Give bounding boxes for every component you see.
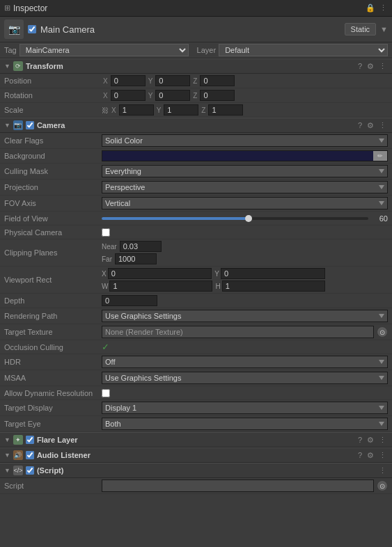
- background-label: Background: [4, 152, 102, 160]
- audio-listener-header[interactable]: ▼ 🔊 Audio Listener ? ⚙ ⋮: [0, 447, 392, 463]
- flare-chevron: ▼: [4, 436, 10, 443]
- camera-settings-btn[interactable]: ⚙: [366, 121, 375, 130]
- static-button[interactable]: Static: [345, 23, 377, 35]
- position-x[interactable]: [111, 75, 146, 86]
- near-input[interactable]: [120, 241, 162, 252]
- audio-help-btn[interactable]: ?: [356, 451, 363, 460]
- rendering-path-dropdown[interactable]: Use Graphics Settings: [102, 310, 388, 322]
- near-label: Near: [102, 243, 117, 251]
- audio-enabled-checkbox[interactable]: [26, 451, 34, 459]
- script-input[interactable]: [102, 479, 374, 492]
- vp-w-item: W: [102, 280, 212, 292]
- vp-w-label: W: [102, 283, 108, 290]
- vp-xy-row: X Y: [102, 268, 325, 279]
- vp-w-input[interactable]: [109, 280, 212, 292]
- clear-flags-value: Solid Color: [102, 134, 388, 147]
- target-texture-picker-btn[interactable]: ⊙: [377, 326, 388, 338]
- physical-camera-label: Physical Camera: [4, 228, 102, 237]
- position-y[interactable]: [155, 75, 190, 86]
- vp-h-input[interactable]: [222, 280, 325, 292]
- occlusion-culling-label: Occlusion Culling: [4, 343, 102, 351]
- hdr-dropdown[interactable]: Off: [102, 356, 388, 368]
- position-row: Position X Y Z: [0, 74, 392, 88]
- camera-chevron: ▼: [4, 122, 10, 129]
- viewport-rect-label: Viewport Rect: [4, 276, 102, 284]
- audio-settings-btn[interactable]: ⚙: [366, 451, 375, 460]
- object-enabled-checkbox[interactable]: [28, 25, 36, 33]
- fov-slider-thumb[interactable]: [245, 215, 252, 222]
- script-menu-btn[interactable]: ⋮: [377, 466, 388, 475]
- vp-x-input[interactable]: [108, 268, 212, 279]
- camera-menu-btn[interactable]: ⋮: [377, 121, 388, 130]
- rendering-path-row: Rendering Path Use Graphics Settings: [0, 308, 392, 324]
- audio-menu-btn[interactable]: ⋮: [377, 451, 388, 460]
- target-eye-value: Both: [102, 418, 388, 430]
- script-label: Script: [4, 482, 102, 490]
- camera-enabled-checkbox[interactable]: [26, 121, 34, 129]
- flare-layer-header[interactable]: ▼ ✦ Flare Layer ? ⚙ ⋮: [0, 432, 392, 447]
- color-picker-icon[interactable]: ✏: [373, 151, 387, 161]
- script-section-header[interactable]: ▼ </> (Script) ⋮: [0, 463, 392, 478]
- scale-x[interactable]: [119, 104, 154, 116]
- transform-section-header[interactable]: ▼ ⟳ Transform ? ⚙ ⋮: [0, 58, 392, 74]
- flare-icon: ✦: [13, 435, 23, 445]
- vp-y-input[interactable]: [221, 268, 325, 279]
- transform-settings-btn[interactable]: ⚙: [366, 62, 375, 71]
- position-z[interactable]: [200, 75, 235, 86]
- rendering-path-value: Use Graphics Settings: [102, 310, 388, 322]
- flare-help-btn[interactable]: ?: [356, 436, 363, 445]
- vp-wh-row: W H: [102, 280, 325, 292]
- flare-enabled-checkbox[interactable]: [26, 436, 34, 444]
- camera-icon: 📷: [13, 120, 23, 130]
- target-eye-dropdown[interactable]: Both: [102, 418, 388, 430]
- vp-h-label: H: [215, 283, 220, 290]
- script-picker-btn[interactable]: ⊙: [377, 480, 388, 491]
- far-input[interactable]: [115, 253, 157, 264]
- menu-button[interactable]: ⋮: [378, 3, 388, 13]
- transform-menu-btn[interactable]: ⋮: [377, 62, 388, 71]
- flare-menu-btn[interactable]: ⋮: [377, 436, 388, 445]
- camera-help-btn[interactable]: ?: [356, 121, 363, 130]
- culling-mask-dropdown[interactable]: Everything: [102, 165, 388, 177]
- fov-axis-dropdown[interactable]: Vertical: [102, 197, 388, 209]
- static-dropdown-arrow[interactable]: ▼: [380, 25, 388, 33]
- camera-section-header[interactable]: ▼ 📷 Camera ? ⚙ ⋮: [0, 118, 392, 133]
- fov-slider-track[interactable]: [102, 217, 368, 220]
- tag-dropdown[interactable]: MainCamera: [19, 44, 189, 56]
- flare-settings-btn[interactable]: ⚙: [366, 436, 375, 445]
- scale-y[interactable]: [164, 104, 198, 116]
- sz-label: Z: [200, 106, 207, 114]
- audio-title: Audio Listener: [37, 451, 91, 459]
- rotation-y[interactable]: [155, 90, 190, 101]
- background-color-swatch[interactable]: ✏: [102, 150, 388, 161]
- layer-dropdown[interactable]: Default: [219, 44, 388, 56]
- rotation-z[interactable]: [200, 90, 235, 101]
- transform-properties: Position X Y Z Rotation X Y Z: [0, 74, 392, 118]
- allow-dynamic-label: Allow Dynamic Resolution: [4, 389, 102, 397]
- physical-camera-checkbox[interactable]: [102, 228, 110, 237]
- lock-button[interactable]: 🔒: [366, 3, 375, 13]
- occlusion-culling-check: ✓: [102, 342, 109, 352]
- y-label: Y: [147, 77, 155, 85]
- projection-dropdown[interactable]: Perspective: [102, 181, 388, 193]
- rotation-x[interactable]: [111, 90, 146, 101]
- inspector-icon: ⊞: [4, 3, 10, 13]
- target-display-label: Target Display: [4, 404, 102, 412]
- fov-axis-label: FOV Axis: [4, 199, 102, 207]
- depth-input[interactable]: [102, 295, 157, 306]
- allow-dynamic-checkbox[interactable]: [102, 389, 110, 397]
- layer-label: Layer: [197, 46, 217, 54]
- clear-flags-dropdown[interactable]: Solid Color: [102, 134, 388, 147]
- fov-axis-row: FOV Axis Vertical: [0, 196, 392, 212]
- x-label: X: [102, 77, 109, 85]
- transform-help-btn[interactable]: ?: [356, 62, 363, 71]
- msaa-dropdown[interactable]: Use Graphics Settings: [102, 372, 388, 384]
- audio-icon: 🔊: [13, 450, 23, 460]
- culling-mask-value: Everything: [102, 165, 388, 177]
- depth-value: [102, 295, 388, 306]
- target-display-dropdown[interactable]: Display 1: [102, 402, 388, 414]
- title-bar-title: Inspector: [13, 3, 47, 13]
- rotation-values: X Y Z: [102, 90, 388, 101]
- script-enabled-checkbox[interactable]: [26, 466, 34, 475]
- scale-z[interactable]: [208, 104, 243, 116]
